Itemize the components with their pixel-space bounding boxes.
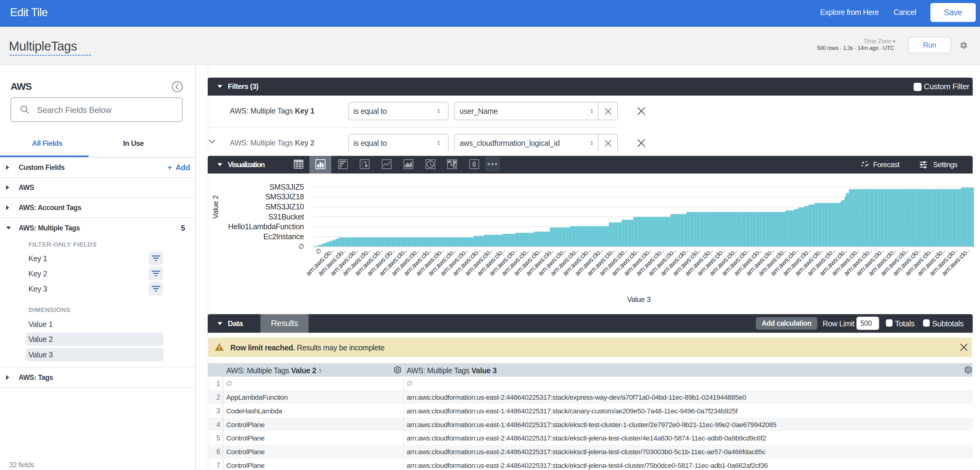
svg-text:SMS3JIZ10: SMS3JIZ10 [265, 202, 304, 211]
svg-text:Value 3: Value 3 [627, 295, 651, 303]
svg-text:Hello1LambdaFunction: Hello1LambdaFunction [228, 222, 304, 231]
svg-text:Ec2Instance: Ec2Instance [263, 232, 304, 241]
svg-text:∅: ∅ [314, 247, 323, 256]
svg-text:6: 6 [473, 160, 476, 168]
svg-text:Value 2: Value 2 [212, 195, 220, 219]
svg-text:SMS3JIZ5: SMS3JIZ5 [269, 183, 304, 191]
svg-text:SMS3JIZ18: SMS3JIZ18 [265, 192, 304, 201]
svg-text:∅: ∅ [298, 243, 304, 250]
svg-text:S31Bucket: S31Bucket [268, 213, 304, 221]
